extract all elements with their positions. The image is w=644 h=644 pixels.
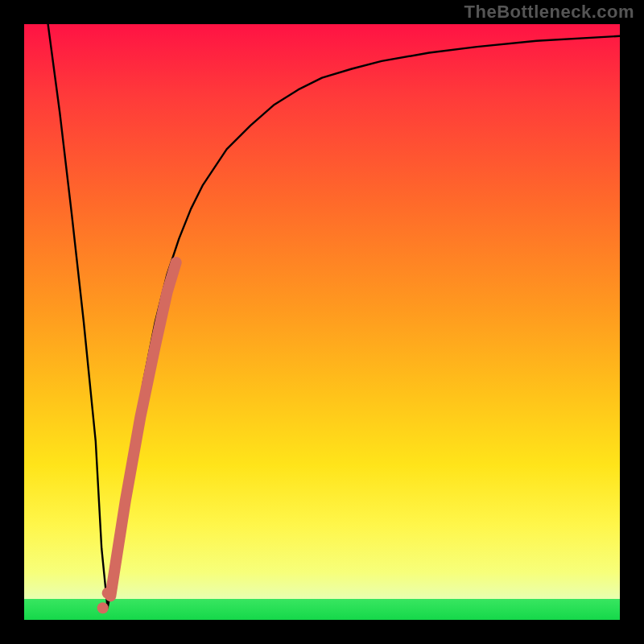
- plot-area: [24, 24, 620, 620]
- curve-layer: [24, 24, 620, 620]
- highlight-segment: [110, 262, 175, 596]
- highlight-dot: [102, 588, 114, 599]
- watermark-text: TheBottleneck.com: [464, 2, 634, 23]
- bottleneck-curve: [48, 24, 620, 608]
- highlight-dot: [97, 602, 109, 613]
- chart-frame: TheBottleneck.com: [0, 0, 644, 644]
